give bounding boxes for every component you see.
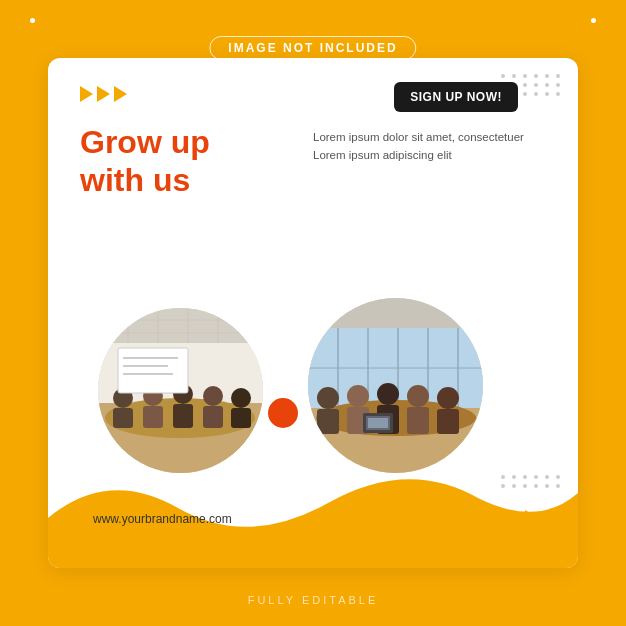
main-card: SIGN UP NOW! Grow up with us Lorem ipsum… (48, 58, 578, 568)
arrow-icon-3 (114, 86, 127, 102)
svg-point-18 (203, 386, 223, 406)
description-text: Lorem ipsum dolor sit amet, consectetuer… (313, 128, 528, 165)
dot (523, 475, 527, 479)
dot (523, 83, 527, 87)
svg-rect-19 (203, 406, 223, 428)
bottom-wave (48, 438, 578, 568)
svg-rect-17 (173, 404, 193, 428)
dot (501, 475, 505, 479)
dot (523, 92, 527, 96)
svg-rect-46 (437, 409, 459, 434)
dot (545, 92, 549, 96)
dot (523, 74, 527, 78)
dot (545, 484, 549, 488)
dot-grid-bottom-right (501, 475, 562, 488)
top-dot-right (591, 18, 596, 23)
dot (534, 92, 538, 96)
svg-rect-38 (317, 409, 339, 434)
top-label-wrapper: IMAGE NOT INCLUDED (209, 36, 416, 60)
dot (556, 83, 560, 87)
dot (534, 484, 538, 488)
dot (523, 484, 527, 488)
arrows-top-left (80, 86, 127, 102)
svg-rect-27 (308, 298, 483, 328)
dot (512, 475, 516, 479)
dot (534, 83, 538, 87)
svg-rect-15 (143, 406, 163, 428)
dot (545, 74, 549, 78)
headline-line2: with us (80, 161, 210, 199)
svg-point-37 (317, 387, 339, 409)
dot (545, 83, 549, 87)
dot (501, 484, 505, 488)
dot (556, 484, 560, 488)
meeting-image-left (98, 308, 263, 473)
image-not-included-text: IMAGE NOT INCLUDED (228, 41, 397, 55)
headline: Grow up with us (80, 123, 210, 200)
dot (512, 74, 516, 78)
svg-rect-1 (98, 308, 263, 343)
arrow-icon-2 (97, 86, 110, 102)
svg-point-43 (407, 385, 429, 407)
svg-rect-49 (368, 418, 388, 428)
svg-rect-22 (118, 348, 188, 393)
arrow-icon-5 (508, 510, 521, 526)
arrow-icon-6 (525, 510, 538, 526)
top-decorations: IMAGE NOT INCLUDED (0, 18, 626, 23)
dot (556, 74, 560, 78)
svg-point-39 (347, 385, 369, 407)
arrow-icon-4 (491, 510, 504, 526)
meeting-image-right (308, 298, 483, 473)
top-label-border: IMAGE NOT INCLUDED (209, 36, 416, 60)
headline-line1: Grow up (80, 123, 210, 161)
svg-point-41 (377, 383, 399, 405)
arrow-icon-1 (80, 86, 93, 102)
svg-rect-13 (113, 408, 133, 428)
dot (556, 475, 560, 479)
dot (545, 475, 549, 479)
svg-rect-21 (231, 408, 251, 428)
signup-button[interactable]: SIGN UP NOW! (394, 82, 518, 112)
dot (501, 74, 505, 78)
outer-container: IMAGE NOT INCLUDED (0, 0, 626, 626)
arrows-bottom-right (491, 510, 538, 526)
dot (534, 475, 538, 479)
top-dot-left (30, 18, 35, 23)
dot (534, 74, 538, 78)
fully-editable-text: FULLY EDITABLE (248, 594, 379, 606)
website-url: www.yourbrandname.com (93, 512, 232, 526)
svg-point-20 (231, 388, 251, 408)
dot (556, 92, 560, 96)
orange-circle-decoration (268, 398, 298, 428)
svg-point-45 (437, 387, 459, 409)
dot (512, 484, 516, 488)
svg-rect-44 (407, 407, 429, 434)
